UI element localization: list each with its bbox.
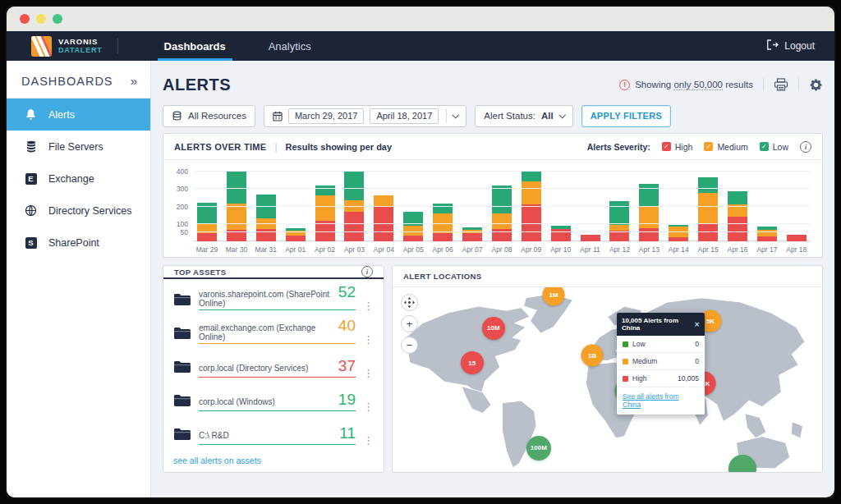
sidebar-item-alerts[interactable]: Alerts — [7, 99, 150, 131]
segment-low — [522, 171, 541, 181]
asset-label: email.exchange.com (Exchange Online) — [199, 323, 338, 341]
bar-apr04[interactable]: Apr 04 — [373, 168, 394, 254]
bar-apr09[interactable]: Apr 09 — [521, 168, 542, 254]
tab-dashboards[interactable]: Dashboards — [143, 31, 247, 61]
kebab-menu-icon[interactable]: ⋮ — [363, 401, 374, 417]
legend-item-medium[interactable]: ✓Medium — [704, 142, 747, 152]
map-bubble-100m[interactable]: 100M — [526, 436, 551, 460]
close-window-button[interactable] — [20, 14, 30, 24]
kebab-menu-icon[interactable]: ⋮ — [363, 334, 374, 350]
date-to-input[interactable]: April 18, 2017 — [370, 108, 439, 124]
see-all-assets-link[interactable]: see all alerts on assets — [163, 451, 384, 474]
bar-stack — [580, 168, 601, 241]
checkbox-medium-icon[interactable]: ✓ — [704, 142, 713, 151]
bar-apr13[interactable]: Apr 13 — [638, 168, 659, 254]
gridline — [193, 231, 811, 232]
top-assets-info-icon[interactable]: i — [361, 266, 373, 277]
bar-apr01[interactable]: Apr 01 — [285, 168, 306, 254]
asset-alert-count: 19 — [338, 391, 356, 409]
zoom-out-icon[interactable]: − — [401, 337, 418, 354]
alert-status-dropdown[interactable]: Alert Status:All — [475, 105, 572, 127]
tab-analytics[interactable]: Analytics — [247, 31, 333, 61]
bar-apr03[interactable]: Apr 03 — [343, 168, 365, 254]
bar-apr12[interactable]: Apr 12 — [609, 168, 630, 254]
map-bubble-10m[interactable]: 10M — [482, 317, 505, 340]
bar-apr05[interactable]: Apr 05 — [402, 168, 424, 254]
tooltip-close-icon[interactable]: ✕ — [694, 321, 700, 328]
kebab-menu-icon[interactable]: ⋮ — [363, 300, 374, 316]
logout-icon — [766, 39, 779, 53]
bar-apr07[interactable]: Apr 07 — [462, 168, 483, 254]
chevron-down-icon[interactable] — [453, 112, 459, 118]
apply-filters-button[interactable]: APPLY FILTERS — [581, 105, 671, 127]
legend-item-high[interactable]: ✓High — [662, 142, 693, 152]
bar-apr16[interactable]: Apr 16 — [727, 168, 748, 254]
asset-row[interactable]: corp.local (Windows)19⋮ — [173, 383, 374, 417]
gridline — [193, 223, 811, 224]
bar-apr18[interactable]: Apr 18 — [786, 168, 807, 254]
checkbox-low-icon[interactable]: ✓ — [760, 142, 769, 151]
calendar-icon — [273, 111, 283, 121]
print-button[interactable] — [774, 78, 788, 91]
settings-gear-button[interactable] — [809, 78, 823, 92]
date-from-input[interactable]: March 29, 2017 — [288, 108, 364, 124]
bar-stack — [550, 168, 572, 241]
asset-row[interactable]: email.exchange.com (Exchange Online)40⋮ — [173, 316, 374, 350]
gridline — [193, 188, 811, 189]
kebab-menu-icon[interactable]: ⋮ — [363, 368, 374, 383]
date-range-picker[interactable]: March 29, 2017 April 18, 2017 — [264, 105, 466, 127]
page-title: ALERTS — [163, 76, 231, 94]
zoom-in-icon[interactable]: + — [401, 315, 418, 332]
x-tick-label: Apr 16 — [727, 241, 748, 254]
minimize-window-button[interactable] — [36, 14, 46, 24]
asset-row[interactable]: corp.local (Directory Services)37⋮ — [173, 350, 374, 383]
sidebar-item-directory-services[interactable]: Directory Services — [7, 195, 150, 227]
segment-high — [639, 228, 659, 241]
bar-stack — [521, 168, 542, 241]
logout-button[interactable]: Logout — [747, 31, 834, 61]
bar-mar31[interactable]: Mar 31 — [255, 168, 277, 254]
bar-mar29[interactable]: Mar 29 — [196, 168, 218, 254]
folder-icon — [173, 427, 191, 441]
segment-high — [492, 229, 512, 241]
bar-stack — [697, 168, 719, 241]
segment-low — [492, 186, 512, 213]
collapse-sidebar-button[interactable]: » — [131, 74, 137, 88]
resources-filter-button[interactable]: All Resources — [163, 105, 255, 127]
checkbox-high-icon[interactable]: ✓ — [662, 142, 671, 151]
asset-row[interactable]: C:\ R&D11⋮ — [173, 417, 374, 451]
bar-apr17[interactable]: Apr 17 — [756, 168, 778, 254]
maximize-window-button[interactable] — [53, 14, 62, 24]
bar-apr02[interactable]: Apr 02 — [315, 168, 336, 254]
sidebar-item-sharepoint[interactable]: SSharePoint — [7, 227, 150, 259]
map-bubble-1b[interactable]: 1B — [581, 345, 604, 367]
bar-mar30[interactable]: Mar 30 — [226, 168, 247, 254]
bar-apr14[interactable]: Apr 14 — [668, 168, 689, 254]
legend-item-low[interactable]: ✓Low — [760, 142, 788, 152]
stacked-bar-chart: 50100200300400 Mar 29Mar 30Mar 31Apr 01A… — [163, 160, 822, 257]
segment-high — [256, 229, 276, 241]
map-bubble-15[interactable]: 15 — [461, 351, 484, 374]
x-tick-label: Apr 10 — [550, 241, 572, 254]
bar-apr11[interactable]: Apr 11 — [580, 168, 601, 254]
y-tick-label: 100 — [177, 220, 188, 228]
asset-label: corp.local (Windows) — [199, 397, 338, 406]
kebab-menu-icon[interactable]: ⋮ — [363, 435, 374, 451]
bar-apr10[interactable]: Apr 10 — [550, 168, 572, 254]
see-all-alerts-china-link[interactable]: See all alerts from China — [617, 387, 705, 415]
sidebar-item-exchange[interactable]: EExchange — [7, 163, 150, 195]
world-map[interactable]: + − 1M10M151B5K10010K100M 10,005 Alerts … — [393, 287, 822, 472]
asset-row[interactable]: varonis.sharepoint.com (SharePoint Onlin… — [173, 282, 374, 316]
segment-medium — [757, 230, 777, 236]
tooltip-row-medium: Medium0 — [617, 353, 705, 370]
bar-apr15[interactable]: Apr 15 — [697, 168, 719, 254]
bar-stack — [432, 168, 453, 241]
pan-icon[interactable] — [401, 294, 418, 311]
bar-apr06[interactable]: Apr 06 — [432, 168, 453, 254]
chart-info-icon[interactable]: i — [800, 141, 811, 153]
y-tick-label: 50 — [181, 228, 188, 236]
segment-high — [197, 233, 217, 241]
sidebar-item-file-servers[interactable]: File Servers — [7, 131, 150, 163]
bar-apr08[interactable]: Apr 08 — [491, 168, 512, 254]
x-tick-label: Apr 06 — [432, 241, 453, 254]
